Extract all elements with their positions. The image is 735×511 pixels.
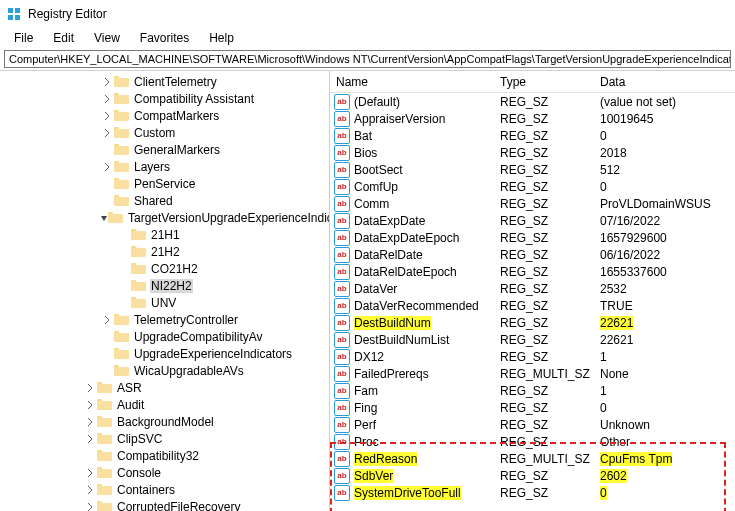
tree-expand-closed-icon[interactable] <box>83 435 97 443</box>
menu-favorites[interactable]: Favorites <box>130 30 199 46</box>
value-row[interactable]: ab(Default)REG_SZ(value not set) <box>330 93 735 110</box>
menu-help[interactable]: Help <box>199 30 244 46</box>
menubar: File Edit View Favorites Help <box>0 28 735 48</box>
value-name: DataVer <box>354 282 500 296</box>
address-input[interactable]: Computer\HKEY_LOCAL_MACHINE\SOFTWARE\Mic… <box>4 50 731 68</box>
tree-item[interactable]: Compatibility Assistant <box>0 90 329 107</box>
value-name: Bios <box>354 146 500 160</box>
tree-expand-closed-icon[interactable] <box>83 418 97 426</box>
menu-view[interactable]: View <box>84 30 130 46</box>
column-header-type[interactable]: Type <box>500 75 600 89</box>
value-type: REG_SZ <box>500 95 600 109</box>
tree-expand-closed-icon[interactable] <box>83 503 97 511</box>
tree-item[interactable]: PenService <box>0 175 329 192</box>
value-row[interactable]: abBiosREG_SZ2018 <box>330 144 735 161</box>
folder-icon <box>131 228 147 241</box>
column-header-data[interactable]: Data <box>600 75 720 89</box>
value-row[interactable]: abFamREG_SZ1 <box>330 382 735 399</box>
tree-item[interactable]: CorruptedFileRecovery <box>0 498 329 511</box>
tree-item[interactable]: Console <box>0 464 329 481</box>
tree-expand-closed-icon[interactable] <box>100 129 114 137</box>
column-header-name[interactable]: Name <box>330 75 500 89</box>
value-name: SdbVer <box>354 469 500 483</box>
value-row[interactable]: abFingREG_SZ0 <box>330 399 735 416</box>
folder-icon <box>114 143 130 156</box>
tree-item[interactable]: Custom <box>0 124 329 141</box>
tree-expand-open-icon[interactable] <box>100 214 108 222</box>
value-row[interactable]: abDataExpDateEpochREG_SZ1657929600 <box>330 229 735 246</box>
tree-item[interactable]: UpgradeCompatibilityAv <box>0 328 329 345</box>
tree-item-label: 21H2 <box>150 245 181 259</box>
menu-edit[interactable]: Edit <box>43 30 84 46</box>
tree-item[interactable]: CompatMarkers <box>0 107 329 124</box>
tree-item-label: CO21H2 <box>150 262 199 276</box>
value-row[interactable]: abDX12REG_SZ1 <box>330 348 735 365</box>
tree-item[interactable]: 21H2 <box>0 243 329 260</box>
tree-item[interactable]: ClientTelemetry <box>0 73 329 90</box>
value-row[interactable]: abDataVerREG_SZ2532 <box>330 280 735 297</box>
tree-item[interactable]: Layers <box>0 158 329 175</box>
tree-item-label: UpgradeExperienceIndicators <box>133 347 293 361</box>
value-row[interactable]: abRedReasonREG_MULTI_SZCpuFms Tpm <box>330 450 735 467</box>
value-row[interactable]: abProcREG_SZOther <box>330 433 735 450</box>
value-name: BootSect <box>354 163 500 177</box>
tree-expand-closed-icon[interactable] <box>100 78 114 86</box>
value-row[interactable]: abBatREG_SZ0 <box>330 127 735 144</box>
tree-pane[interactable]: ClientTelemetryCompatibility AssistantCo… <box>0 71 330 511</box>
values-pane[interactable]: Name Type Data ab(Default)REG_SZ(value n… <box>330 71 735 511</box>
string-value-icon: ab <box>334 298 350 314</box>
tree-item[interactable]: TargetVersionUpgradeExperienceIndic <box>0 209 329 226</box>
value-type: REG_SZ <box>500 299 600 313</box>
value-row[interactable]: abAppraiserVersionREG_SZ10019645 <box>330 110 735 127</box>
menu-file[interactable]: File <box>4 30 43 46</box>
value-row[interactable]: abPerfREG_SZUnknown <box>330 416 735 433</box>
value-data: 22621 <box>600 333 720 347</box>
tree-item-label: Containers <box>116 483 176 497</box>
value-row[interactable]: abCommREG_SZProVLDomainWSUS <box>330 195 735 212</box>
regedit-icon <box>6 6 22 22</box>
tree-item-label: TelemetryController <box>133 313 239 327</box>
value-row[interactable]: abSystemDriveTooFullREG_SZ0 <box>330 484 735 501</box>
value-row[interactable]: abDestBuildNumListREG_SZ22621 <box>330 331 735 348</box>
tree-expand-closed-icon[interactable] <box>100 112 114 120</box>
tree-item[interactable]: TelemetryController <box>0 311 329 328</box>
tree-item[interactable]: Compatibility32 <box>0 447 329 464</box>
tree-expand-closed-icon[interactable] <box>83 469 97 477</box>
folder-icon <box>114 177 130 190</box>
folder-icon <box>97 449 113 462</box>
string-value-icon: ab <box>334 485 350 501</box>
value-row[interactable]: abDataVerRecommendedREG_SZTRUE <box>330 297 735 314</box>
tree-expand-closed-icon[interactable] <box>83 384 97 392</box>
tree-item[interactable]: Containers <box>0 481 329 498</box>
tree-item[interactable]: ClipSVC <box>0 430 329 447</box>
value-row[interactable]: abDataExpDateREG_SZ07/16/2022 <box>330 212 735 229</box>
tree-expand-closed-icon[interactable] <box>83 486 97 494</box>
tree-item[interactable]: ASR <box>0 379 329 396</box>
value-type: REG_SZ <box>500 350 600 364</box>
value-row[interactable]: abSdbVerREG_SZ2602 <box>330 467 735 484</box>
value-name: Perf <box>354 418 500 432</box>
value-row[interactable]: abDestBuildNumREG_SZ22621 <box>330 314 735 331</box>
tree-item[interactable]: GeneralMarkers <box>0 141 329 158</box>
tree-item[interactable]: WicaUpgradableAVs <box>0 362 329 379</box>
tree-expand-closed-icon[interactable] <box>100 316 114 324</box>
tree-item[interactable]: CO21H2 <box>0 260 329 277</box>
tree-expand-closed-icon[interactable] <box>83 401 97 409</box>
tree-item[interactable]: Shared <box>0 192 329 209</box>
value-row[interactable]: abDataRelDateEpochREG_SZ1655337600 <box>330 263 735 280</box>
tree-item[interactable]: BackgroundModel <box>0 413 329 430</box>
tree-expand-closed-icon[interactable] <box>100 95 114 103</box>
value-row[interactable]: abDataRelDateREG_SZ06/16/2022 <box>330 246 735 263</box>
value-data: 06/16/2022 <box>600 248 720 262</box>
tree-item[interactable]: UpgradeExperienceIndicators <box>0 345 329 362</box>
value-row[interactable]: abBootSectREG_SZ512 <box>330 161 735 178</box>
tree-item[interactable]: Audit <box>0 396 329 413</box>
tree-expand-closed-icon[interactable] <box>100 163 114 171</box>
tree-item[interactable]: NI22H2 <box>0 277 329 294</box>
value-row[interactable]: abFailedPrereqsREG_MULTI_SZNone <box>330 365 735 382</box>
folder-icon <box>114 92 130 105</box>
value-row[interactable]: abComfUpREG_SZ0 <box>330 178 735 195</box>
tree-item[interactable]: 21H1 <box>0 226 329 243</box>
tree-item[interactable]: UNV <box>0 294 329 311</box>
value-name: DataRelDate <box>354 248 500 262</box>
